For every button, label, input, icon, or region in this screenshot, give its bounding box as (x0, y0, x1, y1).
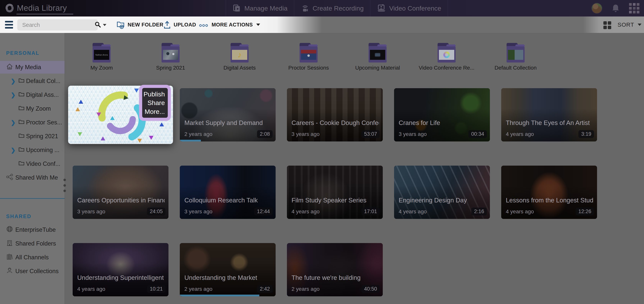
video-card[interactable]: Lessons from the Longest Study ... 4 yea… (501, 166, 597, 219)
video-card[interactable]: Through The Eyes of An Artist 4 years ag… (501, 88, 597, 142)
video-title: Careers Opportunities in Financi... (77, 197, 165, 204)
top-header-bar: Media Library Manage Media (0, 0, 644, 16)
video-title: Understanding Superintelligent AI (77, 274, 165, 282)
sort-caret-icon (638, 24, 642, 26)
video-card[interactable]: Engineering Design Day 4 years ago2:16 (394, 166, 490, 219)
nav-manage-media[interactable]: Manage Media (226, 0, 294, 16)
folder-outline-icon (18, 119, 24, 126)
video-age: 4 years ago (292, 208, 320, 215)
chevron-right-icon[interactable]: ❯ (11, 78, 16, 84)
new-folder-button[interactable]: NEW FOLDER (116, 16, 164, 33)
folder-icon (162, 43, 180, 62)
video-age: 4 years ago (506, 131, 534, 137)
folder-outline-icon (18, 105, 24, 112)
building-icon (6, 240, 13, 248)
channels-library-icon (6, 253, 13, 262)
app-logo-icon[interactable] (4, 3, 15, 14)
video-title: The future we're building (292, 274, 379, 282)
sidebar-item-my-media[interactable]: My Media (0, 61, 64, 74)
notifications-bell-icon[interactable] (612, 4, 620, 13)
sort-button[interactable]: SORT (618, 16, 642, 33)
duration-badge: 17:01 (361, 208, 380, 216)
video-card[interactable]: Colloquium Research Talk 3 years ago12:4… (180, 166, 276, 219)
duration-badge: 10:21 (147, 285, 166, 293)
video-card[interactable]: Careers Opportunities in Financi... 3 ye… (73, 166, 168, 219)
sidebar-item-shared-with-me[interactable]: Shared With Me (0, 171, 64, 184)
duration-badge: 12:26 (576, 208, 594, 216)
grid-view-toggle-icon[interactable] (603, 21, 611, 29)
video-card[interactable]: Understanding the Market 2 years ago2:42 (180, 243, 276, 296)
folder-outline-icon (18, 78, 24, 84)
chevron-right-icon[interactable]: ❯ (11, 147, 16, 154)
video-card[interactable]: Market Supply and Demand 2 years ago2:08 (180, 88, 276, 142)
nav-video-conference[interactable]: Video Conference (370, 0, 448, 16)
video-card[interactable]: Careers - Cookie Dough Confec... 3 years… (287, 88, 383, 142)
sidebar-item-digital-assets[interactable]: ❯ Digital Ass... (0, 88, 64, 101)
upload-label: UPLOAD (174, 22, 196, 28)
sidebar-item-all-channels[interactable]: All Channels (0, 251, 64, 264)
nav-label: Manage Media (244, 4, 288, 12)
sidebar-item-enterprisetube[interactable]: EnterpriseTube (0, 224, 64, 236)
sidebar-item-upcoming-material[interactable]: ❯ Upcoming ... (0, 144, 64, 156)
toolbar: NEW FOLDER UPLOAD MORE ACTIONS SORT (0, 16, 644, 33)
video-card-active[interactable]: Publish Share More... (68, 86, 173, 144)
chevron-right-icon[interactable]: ❯ (11, 92, 16, 98)
folder-tile-upcoming-material[interactable]: Upcoming Material (343, 43, 412, 71)
folder-outline-icon (18, 92, 24, 98)
folder-tile-default-collection[interactable]: Default Collection (481, 43, 550, 71)
chevron-right-icon[interactable]: ❯ (11, 119, 16, 126)
more-actions-button[interactable]: MORE ACTIONS (199, 16, 260, 33)
upload-icon (163, 20, 171, 29)
folder-icon (438, 43, 456, 62)
search-input[interactable] (17, 22, 94, 28)
duration-badge: 00:34 (468, 130, 487, 138)
folder-tile-video-conference-recordings[interactable]: Video Conference Re... (412, 43, 481, 71)
more-menu-item[interactable]: More... (144, 108, 165, 116)
video-title: Lessons from the Longest Study ... (506, 197, 593, 204)
video-card[interactable]: Understanding Superintelligent AI 4 year… (73, 243, 168, 296)
search-box[interactable] (17, 19, 98, 30)
video-card[interactable]: The future we're building 2 years ago40:… (287, 243, 383, 296)
publish-menu-item[interactable]: Publish (144, 90, 165, 98)
header-nav: Manage Media Create Recording (226, 0, 448, 16)
folder-outline-icon (18, 147, 24, 154)
sidebar-item-user-collections[interactable]: User Collections (0, 265, 64, 278)
duration-badge: 53:07 (361, 130, 380, 138)
more-actions-dots-icon (199, 22, 209, 27)
search-icon[interactable] (94, 21, 101, 28)
apps-grid-icon[interactable] (629, 3, 640, 14)
folder-tile-proctor-sessions[interactable]: Proctor Sessions (274, 43, 343, 71)
sort-label: SORT (618, 22, 634, 28)
personal-section-heading: PERSONAL (6, 50, 40, 56)
user-avatar[interactable] (592, 3, 602, 14)
menu-hamburger-icon[interactable] (5, 21, 13, 28)
folder-outline-icon (18, 133, 24, 140)
search-scope-caret-icon[interactable] (103, 24, 106, 26)
card-action-popup: Publish Share More... (139, 85, 171, 121)
share-menu-item[interactable]: Share (148, 99, 165, 106)
folder-tile-digital-assets[interactable]: ♪ Digital Assets (205, 43, 274, 71)
folder-tile-my-zoom[interactable]: Nathan Arora My Zoom (67, 43, 136, 71)
video-title: Careers - Cookie Dough Confec... (292, 119, 379, 126)
sidebar-item-shared-folders[interactable]: Shared Folders (0, 237, 64, 250)
nav-create-recording[interactable]: Create Recording (294, 0, 370, 16)
folder-tile-spring-2021[interactable]: Spring 2021 (136, 43, 205, 71)
sidebar-item-proctor-sessions[interactable]: ❯ Proctor Ses... (0, 116, 64, 129)
sidebar-resize-handle[interactable] (63, 179, 66, 192)
video-title: Engineering Design Day (399, 197, 486, 204)
sidebar-item-video-conference[interactable]: Video Conf... (0, 158, 64, 170)
folders-row: Nathan Arora My Zoom Spring 2021 ♪ Digit… (67, 43, 550, 71)
video-title: Cranes for Life (399, 119, 486, 126)
sidebar-item-my-zoom[interactable]: My Zoom (0, 102, 64, 115)
sidebar-item-spring-2021[interactable]: Spring 2021 (0, 130, 64, 142)
more-actions-label: MORE ACTIONS (212, 22, 253, 28)
upload-button[interactable]: UPLOAD (163, 16, 196, 33)
shared-section-heading: SHARED (6, 214, 32, 220)
duration-badge: 3:19 (578, 130, 594, 138)
sidebar-item-default-collection[interactable]: ❯ Default Col... (0, 75, 64, 88)
video-card[interactable]: Cranes for Life 3 years ago00:34 (394, 88, 490, 142)
video-card[interactable]: Film Study Speaker Series 4 years ago17:… (287, 166, 383, 219)
video-age: 3 years ago (292, 131, 320, 137)
video-conference-icon (377, 4, 386, 13)
video-age: 3 years ago (77, 208, 105, 215)
